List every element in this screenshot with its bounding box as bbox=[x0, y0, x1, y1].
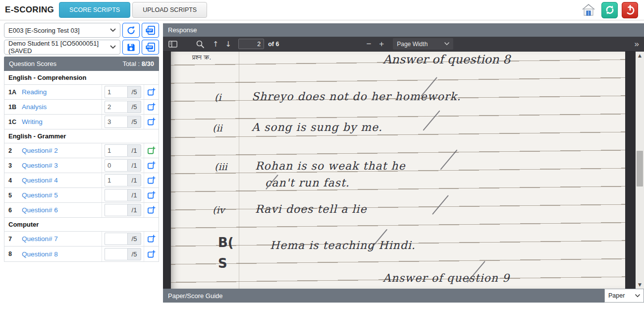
test-pdf-button[interactable]: PDF bbox=[142, 23, 159, 38]
section-header: Computer bbox=[4, 218, 159, 232]
student-select-value: Demo Student 51 [CO5000051] (SAVED bbox=[8, 40, 110, 55]
chevron-down-icon bbox=[635, 294, 640, 298]
pdf-viewer-area: प्रश्न क्र. Answer of question 8 (iShrey… bbox=[163, 52, 644, 289]
add-note-button[interactable] bbox=[144, 232, 159, 246]
paper-select-value: Paper bbox=[608, 292, 625, 299]
score-input[interactable] bbox=[105, 174, 127, 186]
home-button[interactable] bbox=[580, 2, 597, 18]
script-corner-label: प्रश्न क्र. bbox=[192, 54, 211, 62]
tab-upload-scripts[interactable]: UPLOAD SCRIPTS bbox=[132, 2, 207, 18]
add-note-button[interactable] bbox=[144, 188, 159, 202]
paper-select[interactable]: Paper bbox=[604, 289, 644, 303]
script-line-number: S bbox=[218, 256, 227, 271]
page-up-icon[interactable]: ↑ bbox=[213, 40, 219, 49]
question-link[interactable]: Question# 8 bbox=[22, 247, 58, 261]
score-input[interactable] bbox=[105, 86, 127, 98]
tab-score-scripts[interactable]: SCORE SCRIPTS bbox=[59, 2, 130, 18]
sidebar-toggle-button[interactable] bbox=[168, 40, 178, 49]
zoom-level-select[interactable]: Page Width bbox=[393, 38, 453, 50]
max-score-label: /1 bbox=[127, 144, 141, 157]
script-line-number: (iii bbox=[215, 161, 227, 172]
add-note-button[interactable] bbox=[144, 173, 159, 187]
score-input[interactable] bbox=[105, 189, 127, 201]
zoom-out-button[interactable]: − bbox=[366, 39, 371, 49]
scroll-down-icon[interactable]: ▼ bbox=[638, 281, 642, 289]
save-scores-button[interactable] bbox=[122, 40, 140, 55]
add-note-icon bbox=[147, 250, 156, 258]
score-row: 6Question# 6/1 bbox=[4, 203, 159, 218]
left-panel: E003 [E-Scoring Test 03] PDF bbox=[4, 23, 159, 262]
max-score-label: /5 bbox=[127, 248, 141, 260]
max-score-label: /1 bbox=[127, 159, 141, 172]
score-row: 4Question# 4/1 bbox=[4, 173, 159, 188]
question-link[interactable]: Question# 2 bbox=[22, 143, 58, 158]
total-score: Total : 8/30 bbox=[122, 60, 154, 67]
test-select[interactable]: E003 [E-Scoring Test 03] bbox=[4, 23, 120, 38]
score-input[interactable] bbox=[105, 144, 127, 157]
score-input-group: /1 bbox=[102, 158, 144, 173]
add-note-icon bbox=[147, 161, 156, 170]
expand-tools-button[interactable]: » bbox=[635, 39, 639, 49]
question-link[interactable]: Question# 4 bbox=[22, 173, 58, 187]
add-note-button[interactable] bbox=[144, 247, 159, 261]
section-header: English - Comprehension bbox=[4, 71, 159, 85]
reload-button[interactable] bbox=[601, 2, 618, 18]
scroll-up-icon[interactable]: ▲ bbox=[638, 52, 642, 60]
script-page: प्रश्न क्र. Answer of question 8 (iShrey… bbox=[171, 52, 625, 289]
student-pdf-button[interactable]: PDF bbox=[142, 40, 159, 55]
add-note-icon bbox=[147, 118, 156, 126]
score-input-group: /5 bbox=[102, 100, 144, 114]
add-note-button[interactable] bbox=[144, 85, 159, 99]
zoom-in-button[interactable]: + bbox=[379, 39, 384, 49]
svg-text:PDF: PDF bbox=[147, 46, 152, 49]
question-scores-header: Question Scores Total : 8/30 bbox=[4, 57, 159, 71]
question-link[interactable]: Writing bbox=[22, 115, 43, 129]
pdf-toolbar: ↑ ↓ of 6 − + Page Width » bbox=[163, 37, 644, 52]
score-input-group: /1 bbox=[102, 188, 144, 202]
question-link[interactable]: Question# 3 bbox=[22, 158, 58, 173]
score-row: 1BAnalysis/5 bbox=[4, 100, 159, 115]
question-link[interactable]: Reading bbox=[22, 85, 47, 99]
score-input-group: /1 bbox=[102, 173, 144, 187]
student-select[interactable]: Demo Student 51 [CO5000051] (SAVED bbox=[4, 40, 120, 55]
top-right-actions bbox=[580, 2, 638, 18]
add-note-button[interactable] bbox=[144, 158, 159, 173]
score-input[interactable] bbox=[105, 101, 127, 113]
search-button[interactable] bbox=[196, 40, 205, 49]
add-note-button[interactable] bbox=[144, 143, 159, 158]
add-note-icon bbox=[147, 206, 156, 214]
page-down-icon[interactable]: ↓ bbox=[225, 40, 232, 49]
logout-button[interactable] bbox=[622, 2, 638, 18]
question-link[interactable]: Question# 7 bbox=[22, 232, 58, 246]
add-note-icon bbox=[147, 191, 156, 199]
question-link[interactable]: Analysis bbox=[22, 100, 47, 114]
score-row: 7Question# 7/5 bbox=[4, 232, 159, 247]
score-input[interactable] bbox=[105, 248, 127, 260]
script-title: Answer of question 8 bbox=[383, 53, 510, 66]
script-line-text: Answer of question 9 bbox=[383, 272, 510, 284]
add-note-button[interactable] bbox=[144, 100, 159, 114]
refresh-test-button[interactable] bbox=[122, 23, 140, 38]
script-line-text: Ravi does tell a lie bbox=[255, 203, 367, 215]
zoom-level-value: Page Width bbox=[397, 41, 428, 48]
add-note-button[interactable] bbox=[144, 115, 159, 129]
pdf-scrollbar[interactable]: ▲ ▼ bbox=[636, 52, 644, 289]
question-link[interactable]: Question# 5 bbox=[22, 188, 58, 202]
add-note-button[interactable] bbox=[144, 203, 159, 217]
score-input[interactable] bbox=[105, 159, 127, 172]
refresh-icon bbox=[604, 4, 616, 16]
question-number: 1C bbox=[4, 115, 18, 129]
save-icon bbox=[126, 43, 136, 52]
home-icon bbox=[581, 3, 596, 17]
page-margin-line bbox=[239, 52, 239, 289]
question-link[interactable]: Question# 6 bbox=[22, 203, 58, 217]
scrollbar-thumb[interactable] bbox=[637, 151, 643, 186]
score-input[interactable] bbox=[105, 204, 127, 216]
score-input[interactable] bbox=[105, 116, 127, 128]
paper-score-guide-label: Paper/Score Guide bbox=[168, 292, 223, 300]
max-score-label: /5 bbox=[127, 101, 141, 113]
score-input[interactable] bbox=[105, 233, 127, 245]
page-number-input[interactable] bbox=[238, 39, 264, 49]
question-number: 1B bbox=[4, 100, 18, 114]
power-icon bbox=[624, 4, 636, 16]
